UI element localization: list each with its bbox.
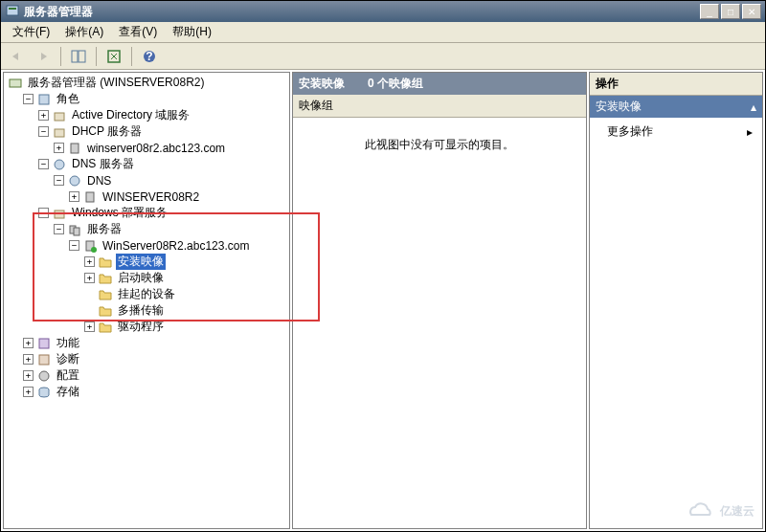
svg-point-13	[70, 176, 79, 186]
wds-icon	[52, 206, 67, 221]
titlebar: 服务器管理器 _ □ ✕	[1, 1, 765, 22]
folder-icon	[98, 271, 113, 286]
expand-icon[interactable]: +	[23, 387, 34, 397]
expand-icon[interactable]: +	[54, 143, 64, 153]
detail-count: 0 个映像组	[368, 76, 423, 92]
menu-help[interactable]: 帮助(H)	[165, 22, 219, 42]
actions-title: 操作	[590, 73, 762, 96]
empty-message: 此视图中没有可显示的项目。	[293, 118, 586, 172]
menu-view[interactable]: 查看(V)	[111, 22, 165, 42]
toolbar-separator	[131, 47, 132, 66]
tree-install-images[interactable]: +安装映像	[84, 254, 287, 270]
tree-dhcp[interactable]: − DHCP 服务器	[38, 123, 287, 140]
svg-rect-20	[39, 339, 49, 348]
maximize-button[interactable]: □	[721, 4, 740, 19]
expand-icon[interactable]: −	[38, 126, 49, 137]
tree-roles[interactable]: − 角色	[23, 91, 287, 107]
expand-icon[interactable]: −	[23, 94, 34, 104]
svg-rect-8	[39, 95, 49, 104]
expand-icon[interactable]: +	[84, 321, 95, 332]
svg-rect-21	[39, 355, 49, 365]
toolbar-refresh-button[interactable]	[102, 46, 125, 67]
expand-icon[interactable]: +	[84, 273, 95, 283]
servers-icon	[67, 222, 82, 237]
dhcp-icon	[52, 124, 67, 140]
tree-pane: 服务器管理器 (WINSERVER08R2) − 角色	[3, 72, 290, 529]
tree-config[interactable]: +配置	[23, 367, 287, 384]
main-body: 服务器管理器 (WINSERVER08R2) − 角色	[1, 70, 765, 531]
minimize-button[interactable]: _	[700, 4, 719, 19]
svg-rect-14	[86, 192, 94, 202]
svg-rect-0	[7, 6, 18, 15]
svg-point-22	[39, 371, 49, 381]
tree-diagnostics[interactable]: +诊断	[23, 351, 287, 367]
tree-boot-images[interactable]: +启动映像	[84, 270, 287, 286]
folder-icon	[98, 287, 113, 302]
menubar: 文件(F) 操作(A) 查看(V) 帮助(H)	[1, 22, 765, 43]
actions-section[interactable]: 安装映像 ▴	[590, 96, 762, 118]
tree-wds[interactable]: − Windows 部署服务	[38, 205, 287, 221]
nav-back-button[interactable]	[5, 46, 28, 67]
more-actions[interactable]: 更多操作 ▸	[590, 118, 762, 145]
menu-action[interactable]: 操作(A)	[57, 22, 111, 42]
expand-icon[interactable]: −	[54, 224, 64, 234]
expand-icon[interactable]: −	[69, 240, 79, 251]
nav-forward-button[interactable]	[32, 46, 55, 67]
window-title: 服务器管理器	[24, 4, 700, 20]
collapse-icon: ▴	[751, 100, 756, 114]
tree-storage[interactable]: +存储	[23, 384, 287, 400]
tree-drivers[interactable]: +驱动程序	[84, 319, 287, 335]
tree-wds-host[interactable]: − WinServer08R2.abc123.com	[69, 237, 287, 254]
toolbar: ?	[1, 43, 765, 70]
tree-dns-sub[interactable]: − DNS	[54, 172, 287, 188]
tree-wds-servers[interactable]: − 服务器	[54, 221, 287, 237]
toolbar-separator	[96, 47, 97, 66]
svg-point-19	[91, 247, 97, 253]
detail-pane: 安装映像 0 个映像组 映像组 此视图中没有可显示的项目。	[292, 72, 587, 529]
actions-pane: 操作 安装映像 ▴ 更多操作 ▸	[589, 72, 763, 529]
expand-icon[interactable]: +	[23, 370, 34, 381]
tree-multicast[interactable]: 多播传输	[84, 302, 287, 319]
dns-icon	[52, 157, 67, 172]
expand-icon[interactable]: −	[38, 159, 49, 169]
menu-file[interactable]: 文件(F)	[5, 22, 57, 42]
tree-root[interactable]: 服务器管理器 (WINSERVER08R2)	[8, 75, 287, 91]
close-button[interactable]: ✕	[742, 4, 761, 19]
roles-icon	[36, 92, 52, 107]
storage-icon	[36, 385, 52, 400]
tree-dhcp-host[interactable]: + winserver08r2.abc123.com	[54, 140, 287, 156]
ad-icon	[52, 108, 67, 123]
tree-features[interactable]: +功能	[23, 335, 287, 351]
svg-rect-11	[71, 144, 79, 153]
expand-icon[interactable]: +	[84, 256, 95, 267]
console-tree[interactable]: 服务器管理器 (WINSERVER08R2) − 角色	[4, 73, 289, 402]
detail-header: 安装映像 0 个映像组	[293, 73, 586, 95]
server-icon	[67, 141, 82, 156]
svg-rect-2	[72, 51, 78, 62]
chevron-right-icon: ▸	[747, 125, 753, 139]
expand-icon[interactable]: +	[23, 338, 34, 348]
svg-point-12	[55, 160, 64, 169]
dns-icon	[67, 173, 82, 188]
expand-icon[interactable]: +	[23, 354, 34, 365]
expand-icon[interactable]: +	[38, 110, 49, 121]
tree-ad[interactable]: + Active Directory 域服务	[38, 107, 287, 123]
toolbar-separator	[60, 47, 61, 66]
toolbar-help-button[interactable]: ?	[138, 46, 161, 67]
svg-rect-7	[10, 79, 21, 87]
window-controls: _ □ ✕	[700, 4, 761, 19]
server-icon	[82, 189, 98, 205]
tree-dns-host[interactable]: + WINSERVER08R2	[69, 188, 287, 205]
svg-rect-9	[55, 113, 64, 121]
tree-pending-devices[interactable]: 挂起的设备	[84, 286, 287, 302]
expand-icon[interactable]: −	[54, 175, 64, 186]
expand-icon[interactable]: −	[38, 208, 49, 218]
expand-icon[interactable]: +	[69, 191, 79, 202]
tree-dns[interactable]: − DNS 服务器	[38, 156, 287, 172]
toolbar-show-hide-button[interactable]	[67, 46, 90, 67]
app-icon	[5, 4, 20, 19]
diagnostics-icon	[36, 352, 52, 367]
svg-text:?: ?	[146, 50, 152, 63]
folder-icon	[98, 320, 113, 335]
column-header[interactable]: 映像组	[293, 95, 586, 118]
